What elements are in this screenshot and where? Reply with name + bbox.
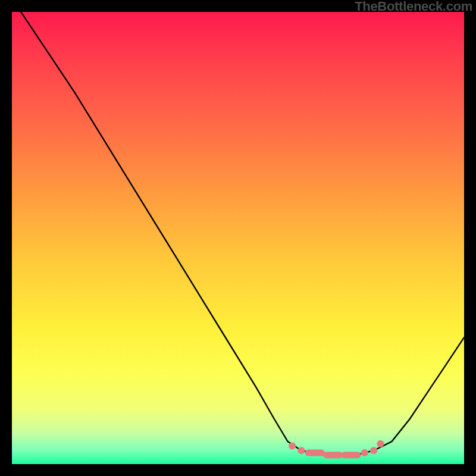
optimal-range-markers-group (289, 440, 384, 456)
optimal-marker-dot (289, 443, 296, 450)
optimal-marker-dot (370, 447, 377, 454)
optimal-marker-dot (361, 449, 368, 456)
chart-svg-overlay (12, 12, 464, 464)
chart-plot-area (12, 12, 464, 464)
optimal-marker-dot (298, 447, 305, 454)
optimal-marker-dot (377, 440, 384, 447)
bottleneck-curve-path (21, 12, 464, 455)
watermark-text: TheBottleneck.com (355, 0, 472, 14)
